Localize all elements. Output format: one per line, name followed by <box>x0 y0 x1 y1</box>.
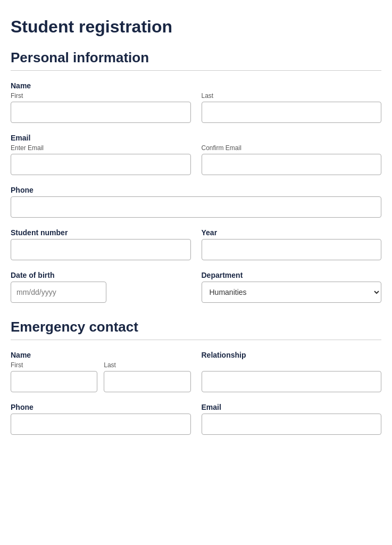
name-label: Name <box>11 81 381 90</box>
dob-label: Date of birth <box>11 271 191 279</box>
enter-email-col: Enter Email <box>11 144 191 175</box>
email-label: Email <box>11 134 381 142</box>
emergency-email-label: Email <box>202 403 382 411</box>
relationship-label: Relationship <box>202 351 382 359</box>
enter-email-input[interactable] <box>11 154 191 175</box>
confirm-email-input[interactable] <box>202 154 382 175</box>
confirm-email-sublabel: Confirm Email <box>202 144 382 152</box>
department-col: Department Humanities Sciences Engineeri… <box>202 271 382 303</box>
page-container: Student registration Personal informatio… <box>0 0 392 545</box>
emergency-name-relationship-group: Name First Last Relationship <box>11 351 381 392</box>
emergency-last-sublabel: Last <box>104 361 190 369</box>
emergency-first-col: First <box>11 361 97 392</box>
enter-email-sublabel: Enter Email <box>11 144 191 152</box>
first-name-sublabel: First <box>11 92 191 100</box>
student-year-group: Student number Year <box>11 228 381 260</box>
year-input[interactable] <box>202 239 382 260</box>
emergency-section-title: Emergency contact <box>11 319 381 335</box>
relationship-col: Relationship <box>202 351 382 392</box>
personal-section-divider <box>11 70 381 71</box>
personal-section-title: Personal information <box>11 49 381 66</box>
department-select[interactable]: Humanities Sciences Engineering Arts Bus… <box>202 282 382 303</box>
dob-col: Date of birth <box>11 271 191 303</box>
emergency-phone-col: Phone <box>11 403 191 435</box>
phone-label: Phone <box>11 186 381 194</box>
emergency-section: Emergency contact Name First Last <box>11 319 381 435</box>
emergency-name-col: Name First Last <box>11 351 191 392</box>
first-name-col: First <box>11 92 191 123</box>
emergency-first-input[interactable] <box>11 371 97 392</box>
page-title: Student registration <box>11 17 381 37</box>
emergency-phone-email-group: Phone Email <box>11 403 381 435</box>
year-label: Year <box>202 228 382 237</box>
last-name-col: Last <box>202 92 382 123</box>
name-row: First Last <box>11 92 381 123</box>
emergency-phone-input[interactable] <box>11 414 191 435</box>
emergency-last-col: Last <box>104 361 190 392</box>
student-number-col: Student number <box>11 228 191 260</box>
email-group: Email Enter Email Confirm Email <box>11 134 381 175</box>
department-label: Department <box>202 271 382 279</box>
emergency-section-divider <box>11 340 381 340</box>
student-number-input[interactable] <box>11 239 191 260</box>
emergency-name-subrow: First Last <box>11 361 191 392</box>
last-name-sublabel: Last <box>202 92 382 100</box>
dob-department-group: Date of birth Department Humanities Scie… <box>11 271 381 303</box>
student-year-row: Student number Year <box>11 228 381 260</box>
confirm-email-col: Confirm Email <box>202 144 382 175</box>
relationship-input[interactable] <box>202 371 382 392</box>
emergency-email-input[interactable] <box>202 414 382 435</box>
emergency-name-label: Name <box>11 351 191 359</box>
phone-input[interactable] <box>11 196 381 218</box>
emergency-email-col: Email <box>202 403 382 435</box>
emergency-phone-label: Phone <box>11 403 191 411</box>
emergency-phone-email-row: Phone Email <box>11 403 381 435</box>
first-name-input[interactable] <box>11 102 191 123</box>
last-name-input[interactable] <box>202 102 382 123</box>
email-row: Enter Email Confirm Email <box>11 144 381 175</box>
phone-group: Phone <box>11 186 381 218</box>
emergency-first-sublabel: First <box>11 361 97 369</box>
dob-input[interactable] <box>11 282 106 303</box>
dob-department-row: Date of birth Department Humanities Scie… <box>11 271 381 303</box>
student-number-label: Student number <box>11 228 191 237</box>
name-group: Name First Last <box>11 81 381 123</box>
emergency-name-relationship-row: Name First Last Relationship <box>11 351 381 392</box>
year-col: Year <box>202 228 382 260</box>
emergency-last-input[interactable] <box>104 371 190 392</box>
